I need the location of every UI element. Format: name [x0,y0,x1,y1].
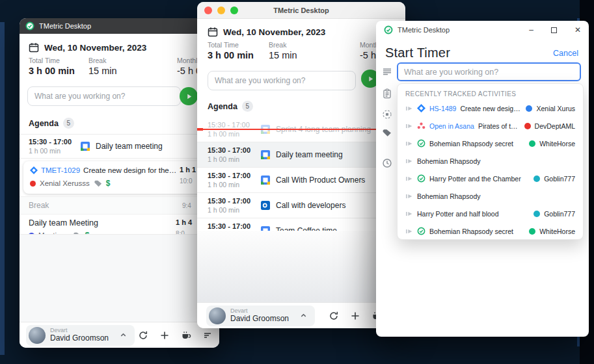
google-calendar-icon [261,150,270,159]
left-window-bottombar: Devart David Groomson [20,322,219,348]
cancel-link[interactable]: Cancel [553,49,578,58]
current-time-indicator [197,129,405,130]
task-clipboard-icon[interactable] [382,88,392,99]
work-description-input[interactable] [208,71,356,90]
dialog-titlebar[interactable]: TMetric Desktop – ✕ [376,21,589,39]
outlook-icon [261,201,270,210]
agenda-row[interactable]: 15:30 - 17:00 1 h 00 min Call with devel… [197,193,405,218]
user-menu[interactable]: Devart David Groomson [206,306,315,326]
time-entry-card[interactable]: TMET-1029 Create new design for the time… [23,161,215,194]
agenda-event-row[interactable]: 15:30 - 17:00 1 h 00 min Daily team meet… [20,134,219,159]
project-color-dot [529,140,535,147]
activity-row[interactable]: Harry Potter and the Chamber Goblin777 [398,170,583,187]
activity-row[interactable]: Open in Asana Pirates of the Caribbe... … [398,117,583,135]
asana-icon [417,122,425,130]
activity-row[interactable]: Bohemian Rhapsody secret WhiteHorse [398,135,583,152]
resume-activity-icon[interactable] [405,105,413,112]
project-color-dot [529,228,535,235]
timer-description-input[interactable] [397,62,581,81]
tag-icon[interactable] [382,128,392,138]
agenda-count-badge: 5 [63,118,74,129]
background-window-edge [0,22,5,355]
empty-area [197,231,405,302]
clock-icon[interactable] [382,158,392,168]
jira-icon [417,104,425,112]
desktop-background: TMetric Desktop Wed, 10 November, 2023 T… [0,0,594,364]
project-name: WhiteHorse [539,228,575,235]
tmetric-icon [417,139,425,148]
project-name: Xenial Xurus [536,105,575,112]
empty-area [20,234,219,322]
resume-activity-icon[interactable] [405,192,413,200]
minimize-traffic-light[interactable] [217,6,225,14]
activity-row[interactable]: Bohemian Rhapsody secret WhiteHorse [398,222,583,240]
project-placeholder-icon[interactable] [382,109,392,120]
chevron-up-icon [300,312,307,319]
break-stat: Break 15 min [269,41,297,60]
break-time: 9:4 [182,202,191,209]
add-time-entry-icon[interactable] [159,330,170,341]
left-window-titlebar[interactable]: TMetric Desktop [20,18,219,34]
google-calendar-icon [81,142,90,151]
tmetric-logo-icon [25,21,34,31]
activity-row[interactable]: Bohemian Rhapsody [398,152,583,170]
user-name: David Groomson [50,334,109,343]
start-timer-button[interactable] [180,87,198,105]
resume-activity-icon[interactable] [405,122,413,130]
agenda-label: Agenda [29,119,59,128]
break-coffee-icon[interactable] [181,330,191,341]
jira-icon [30,166,38,174]
agenda-label: Agenda [208,102,237,111]
sync-icon[interactable] [138,330,148,341]
project-color-dot [526,105,532,112]
activity-row[interactable]: Harry Potter and half blood Goblin777 [398,205,583,222]
current-date: Wed, 10 November, 2023 [44,43,146,53]
sync-icon[interactable] [329,311,339,321]
resume-activity-icon[interactable] [405,175,413,183]
tmetric-logo-icon [384,25,393,34]
entry-start-time: 10:0 [180,177,192,185]
user-menu[interactable]: Devart David Groomson [26,325,135,346]
issue-link[interactable]: TMET-1029 [41,166,80,174]
avatar [29,327,46,344]
resume-activity-icon[interactable] [405,140,413,148]
middle-window: TMetric Desktop Wed, 10 November, 2023 T… [197,2,405,328]
project-name: DevDeptAML [535,122,575,130]
work-description-input[interactable] [27,86,181,106]
activity-row[interactable]: Bohemian Rhapsody [398,187,583,205]
total-time-stat: Total Time 3 h 00 min [208,41,254,60]
entry-duration: 1 h 1 [180,166,196,174]
close-traffic-light[interactable] [204,6,212,14]
window-title: TMetric Desktop [398,26,450,34]
issue-link[interactable]: HS-1489 [429,105,456,112]
project-color-dot [533,176,540,182]
user-name: David Groomson [230,315,289,324]
billable-icon[interactable]: $ [106,179,111,188]
window-title: TMetric Desktop [273,6,329,14]
resume-activity-icon[interactable] [405,210,413,218]
middle-window-titlebar[interactable]: TMetric Desktop [197,2,405,19]
open-in-asana-link[interactable]: Open in Asana [429,122,474,130]
maximize-button[interactable] [551,27,557,33]
avatar [209,307,226,324]
break-stat: Break 15 min [88,57,117,76]
minimize-button[interactable]: – [529,26,533,34]
add-time-entry-icon[interactable] [350,311,360,321]
agenda-row-selected[interactable]: 15:30 - 17:00 1 h 00 min Daily team meet… [197,142,405,168]
window-title: TMetric Desktop [39,22,91,30]
agenda-row[interactable]: 15:30 - 17:00 1 h 00 min Call With Produ… [197,168,405,193]
activity-row[interactable]: HS-1489 Create new design for the t... X… [398,99,583,117]
calendar-icon [29,42,39,53]
menu-sort-icon[interactable] [202,330,213,341]
break-row[interactable]: Break 9:4 [20,196,219,214]
google-calendar-icon [261,176,270,185]
tmetric-icon [417,174,425,183]
tag-icon[interactable] [94,179,102,188]
resume-activity-icon[interactable] [405,228,413,235]
resume-activity-icon[interactable] [405,157,413,165]
current-date: Wed, 10 November, 2023 [223,27,325,37]
zoom-traffic-light[interactable] [230,6,238,14]
tmetric-icon [417,227,425,235]
close-button[interactable]: ✕ [574,26,581,34]
project-color-dot [30,181,36,187]
